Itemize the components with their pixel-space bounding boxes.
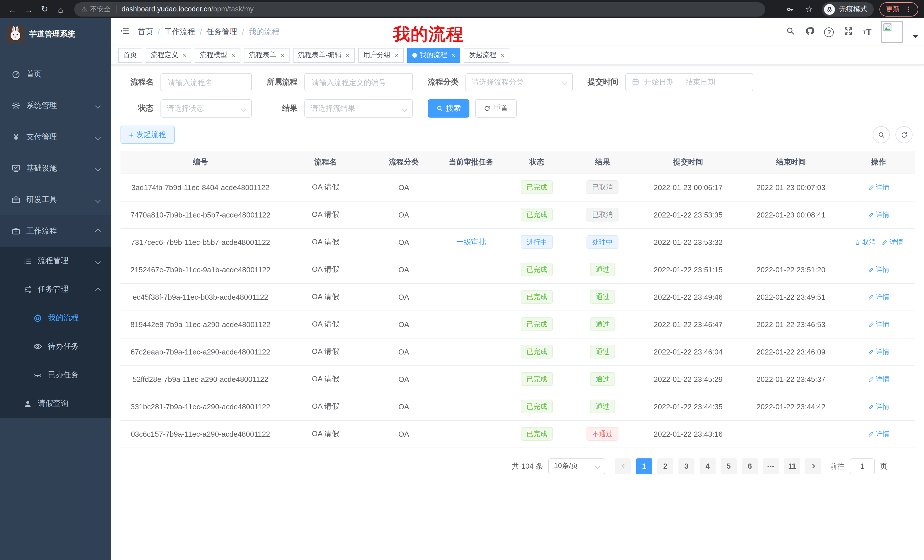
current-task-link[interactable]: 一级审批 [456, 238, 486, 246]
page-button[interactable]: 1 [636, 458, 652, 474]
show-search-icon[interactable] [873, 126, 890, 143]
key-icon[interactable] [783, 2, 796, 16]
not-secure-badge[interactable]: ⚠ 不安全 [81, 4, 111, 14]
sidebar-item-process-mgmt[interactable]: 流程管理 [0, 247, 111, 275]
more-pages-button[interactable]: ••• [763, 458, 779, 474]
tab-user-group[interactable]: 用户分组× [358, 48, 404, 63]
refresh-icon[interactable] [896, 126, 913, 143]
browser-menu-icon[interactable]: ⋮ [904, 5, 912, 13]
submit-time-range[interactable]: 开始日期 - 结束日期 [626, 73, 753, 91]
page-button[interactable]: 4 [700, 458, 716, 474]
sidebar-item-dev-tools[interactable]: 研发工具 [0, 184, 111, 215]
sidebar-item-done-tasks[interactable]: 已办任务 [0, 361, 111, 389]
cancel-link[interactable]: 取消 [854, 237, 876, 247]
process-table: 编号 流程名 流程分类 当前审批任务 状态 结果 提交时间 结束时间 操作 [120, 151, 915, 448]
sidebar-item-workflow[interactable]: 工作流程 [0, 215, 111, 247]
result-badge: 不通过 [586, 427, 618, 441]
close-icon[interactable]: × [182, 51, 186, 59]
detail-link[interactable]: 详情 [868, 429, 890, 439]
tab-start-process[interactable]: 发起流程× [464, 48, 509, 63]
toolbox-icon [11, 195, 21, 204]
table-row: 7470a810-7b9b-11ec-b5b7-acde48001122 OA … [120, 201, 915, 228]
close-icon[interactable]: × [500, 51, 504, 59]
search-icon[interactable] [786, 26, 795, 38]
category-label: 流程分类 [413, 77, 465, 87]
update-button[interactable]: 更新 ⋮ [879, 2, 918, 16]
help-icon[interactable]: ? [824, 27, 834, 37]
fullscreen-icon[interactable] [844, 26, 854, 38]
back-icon[interactable]: ← [6, 2, 20, 16]
sidebar-item-my-process[interactable]: 我的流程 [0, 304, 111, 332]
breadcrumb-workflow[interactable]: 工作流程 [165, 27, 195, 37]
cell-category: OA [370, 256, 437, 283]
home-icon[interactable]: ⌂ [54, 2, 68, 16]
process-name-input[interactable] [160, 73, 252, 91]
tab-my-process[interactable]: 我的流程× [407, 48, 460, 63]
tab-process-model[interactable]: 流程模型× [195, 48, 240, 63]
page-size-select[interactable]: 10条/页 [548, 458, 605, 474]
list-icon [23, 257, 32, 265]
tab-label: 发起流程 [469, 50, 496, 60]
start-process-button[interactable]: + 发起流程 [120, 126, 174, 144]
breadcrumb-home[interactable]: 首页 [138, 27, 153, 37]
sidebar-item-payment[interactable]: ¥ 支付管理 [0, 121, 111, 153]
page-button[interactable]: 11 [784, 458, 800, 474]
url-bar[interactable]: ⚠ 不安全 dashboard.yudao.iocoder.cn/bpm/tas… [74, 2, 765, 16]
sidebar-item-leave-query[interactable]: 请假查询 [0, 389, 111, 418]
page-button[interactable]: 3 [678, 458, 694, 474]
category-select[interactable]: 请选择流程分类 [465, 73, 573, 91]
github-icon[interactable] [805, 26, 814, 38]
page-button[interactable]: 2 [657, 458, 673, 474]
sidebar-item-system[interactable]: 系统管理 [0, 90, 111, 121]
cell-name: OA 请假 [280, 283, 370, 310]
font-size-icon[interactable]: TT [863, 28, 872, 36]
tab-home[interactable]: 首页 [118, 48, 142, 63]
bookmark-star-icon[interactable]: ☆ [802, 2, 816, 16]
detail-link[interactable]: 详情 [882, 237, 903, 247]
forward-icon[interactable]: → [22, 2, 35, 16]
sidebar-item-label: 支付管理 [26, 132, 57, 142]
table-header-row: 编号 流程名 流程分类 当前审批任务 状态 结果 提交时间 结束时间 操作 [120, 151, 915, 174]
close-icon[interactable]: × [451, 51, 455, 59]
result-select[interactable]: 请选择流结果 [304, 99, 413, 118]
detail-label: 详情 [876, 265, 890, 274]
detail-link[interactable]: 详情 [868, 319, 890, 329]
close-icon[interactable]: × [231, 51, 235, 59]
reload-icon[interactable]: ↻ [38, 2, 51, 16]
filter-row-2: 状态 请选择状态 结果 请选择流结果 搜索 [120, 99, 915, 118]
detail-link[interactable]: 详情 [868, 401, 890, 411]
sidebar-item-infrastructure[interactable]: 基础设施 [0, 153, 111, 184]
close-icon[interactable]: × [345, 51, 350, 59]
page-button[interactable]: 6 [742, 458, 758, 474]
tab-process-form-edit[interactable]: 流程表单-编辑× [293, 48, 355, 63]
detail-link[interactable]: 详情 [868, 374, 890, 384]
close-icon[interactable]: × [394, 51, 399, 59]
status-select[interactable]: 请选择状态 [160, 99, 252, 118]
detail-link[interactable]: 详情 [868, 183, 890, 192]
tab-process-form[interactable]: 流程表单× [244, 48, 290, 63]
chevron-down-icon [562, 79, 567, 85]
collapse-sidebar-icon[interactable] [111, 26, 138, 38]
detail-link[interactable]: 详情 [868, 210, 890, 220]
avatar[interactable] [881, 21, 903, 43]
breadcrumb-task-mgmt[interactable]: 任务管理 [207, 27, 237, 37]
prev-page-button[interactable] [615, 458, 631, 474]
detail-link[interactable]: 详情 [868, 347, 890, 356]
sidebar-item-todo-tasks[interactable]: 待办任务 [0, 332, 111, 361]
detail-link[interactable]: 详情 [868, 265, 890, 274]
cell-category: OA [370, 365, 437, 393]
sidebar-item-task-mgmt[interactable]: 任务管理 [0, 275, 111, 304]
owner-process-input[interactable] [304, 73, 413, 91]
goto-page-input[interactable] [850, 458, 875, 474]
close-icon[interactable]: × [280, 51, 284, 59]
sidebar-item-home[interactable]: 首页 [0, 58, 111, 90]
search-button[interactable]: 搜索 [428, 99, 470, 118]
reset-button[interactable]: 重置 [475, 99, 517, 118]
next-page-button[interactable] [805, 458, 821, 474]
tab-process-definition[interactable]: 流程定义× [146, 48, 191, 63]
chevron-down-icon [96, 195, 100, 204]
page-button[interactable]: 5 [721, 458, 736, 474]
cell-id: 2152467e-7b9b-11ec-9a1b-acde48001122 [120, 256, 280, 283]
detail-link[interactable]: 详情 [868, 292, 890, 302]
avatar-caret-icon[interactable] [913, 35, 918, 38]
